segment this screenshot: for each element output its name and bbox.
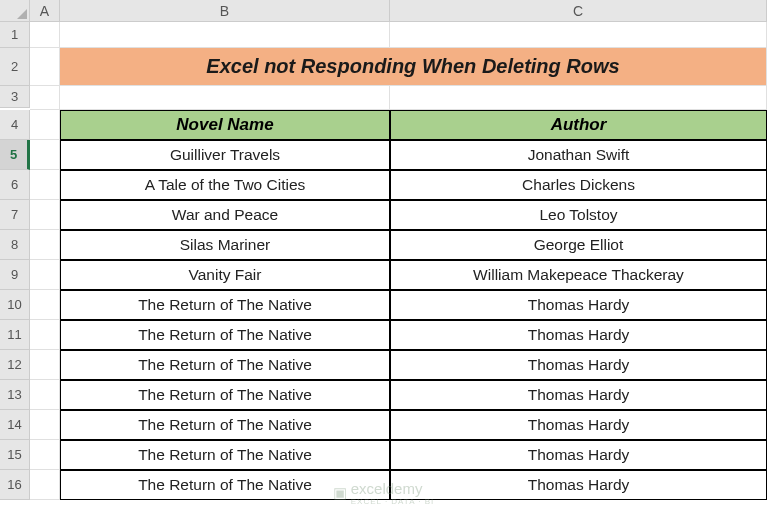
table-cell-novel[interactable]: The Return of The Native: [60, 470, 390, 500]
table-cell-novel[interactable]: The Return of The Native: [60, 380, 390, 410]
row-header-12[interactable]: 12: [0, 350, 30, 380]
col-header-a[interactable]: A: [30, 0, 60, 22]
cell-a2[interactable]: [30, 48, 60, 86]
row-header-13[interactable]: 13: [0, 380, 30, 410]
table-cell-novel[interactable]: The Return of The Native: [60, 320, 390, 350]
table-cell-author[interactable]: Thomas Hardy: [390, 320, 767, 350]
table-cell-novel[interactable]: The Return of The Native: [60, 440, 390, 470]
table-cell-novel[interactable]: War and Peace: [60, 200, 390, 230]
table-cell-novel[interactable]: Silas Mariner: [60, 230, 390, 260]
cell-a12[interactable]: [30, 350, 60, 380]
row-header-8[interactable]: 8: [0, 230, 30, 260]
cell-a7[interactable]: [30, 200, 60, 230]
cell-a10[interactable]: [30, 290, 60, 320]
table-cell-author[interactable]: Thomas Hardy: [390, 470, 767, 500]
cell-b3[interactable]: [60, 86, 390, 110]
cell-a14[interactable]: [30, 410, 60, 440]
row-header-10[interactable]: 10: [0, 290, 30, 320]
row-header-6[interactable]: 6: [0, 170, 30, 200]
cell-a16[interactable]: [30, 470, 60, 500]
cell-c1[interactable]: [390, 22, 767, 48]
cell-a4[interactable]: [30, 110, 60, 140]
row-header-4[interactable]: 4: [0, 110, 30, 140]
table-cell-author[interactable]: Thomas Hardy: [390, 290, 767, 320]
table-header-novel[interactable]: Novel Name: [60, 110, 390, 140]
row-header-7[interactable]: 7: [0, 200, 30, 230]
row-header-1[interactable]: 1: [0, 22, 30, 48]
cell-a9[interactable]: [30, 260, 60, 290]
col-header-c[interactable]: C: [390, 0, 767, 22]
cell-a6[interactable]: [30, 170, 60, 200]
table-cell-author[interactable]: Thomas Hardy: [390, 410, 767, 440]
table-cell-novel[interactable]: Vanity Fair: [60, 260, 390, 290]
col-header-b[interactable]: B: [60, 0, 390, 22]
row-header-5[interactable]: 5: [0, 140, 30, 170]
row-header-3[interactable]: 3: [0, 86, 30, 108]
cell-b1[interactable]: [60, 22, 390, 48]
row-header-15[interactable]: 15: [0, 440, 30, 470]
table-cell-author[interactable]: Thomas Hardy: [390, 350, 767, 380]
cell-a8[interactable]: [30, 230, 60, 260]
cell-a15[interactable]: [30, 440, 60, 470]
table-cell-author[interactable]: George Elliot: [390, 230, 767, 260]
cell-a13[interactable]: [30, 380, 60, 410]
cell-a1[interactable]: [30, 22, 60, 48]
row-header-16[interactable]: 16: [0, 470, 30, 500]
table-cell-novel[interactable]: The Return of The Native: [60, 290, 390, 320]
table-cell-novel[interactable]: Guilliver Travels: [60, 140, 390, 170]
cell-a11[interactable]: [30, 320, 60, 350]
table-cell-novel[interactable]: The Return of The Native: [60, 410, 390, 440]
title-cell[interactable]: Excel not Responding When Deleting Rows: [60, 48, 767, 86]
table-cell-novel[interactable]: The Return of The Native: [60, 350, 390, 380]
table-cell-author[interactable]: Thomas Hardy: [390, 440, 767, 470]
cell-a3[interactable]: [30, 86, 60, 110]
table-cell-author[interactable]: Jonathan Swift: [390, 140, 767, 170]
table-cell-author[interactable]: Leo Tolstoy: [390, 200, 767, 230]
table-cell-author[interactable]: Thomas Hardy: [390, 380, 767, 410]
table-cell-author[interactable]: William Makepeace Thackeray: [390, 260, 767, 290]
row-header-9[interactable]: 9: [0, 260, 30, 290]
row-header-2[interactable]: 2: [0, 48, 30, 86]
row-header-14[interactable]: 14: [0, 410, 30, 440]
cell-c3[interactable]: [390, 86, 767, 110]
spreadsheet-grid: A B C 1 2 Excel not Responding When Dele…: [0, 0, 767, 500]
cell-a5[interactable]: [30, 140, 60, 170]
table-header-author[interactable]: Author: [390, 110, 767, 140]
row-header-11[interactable]: 11: [0, 320, 30, 350]
table-cell-novel[interactable]: A Tale of the Two Cities: [60, 170, 390, 200]
table-cell-author[interactable]: Charles Dickens: [390, 170, 767, 200]
select-all-corner[interactable]: [0, 0, 30, 22]
